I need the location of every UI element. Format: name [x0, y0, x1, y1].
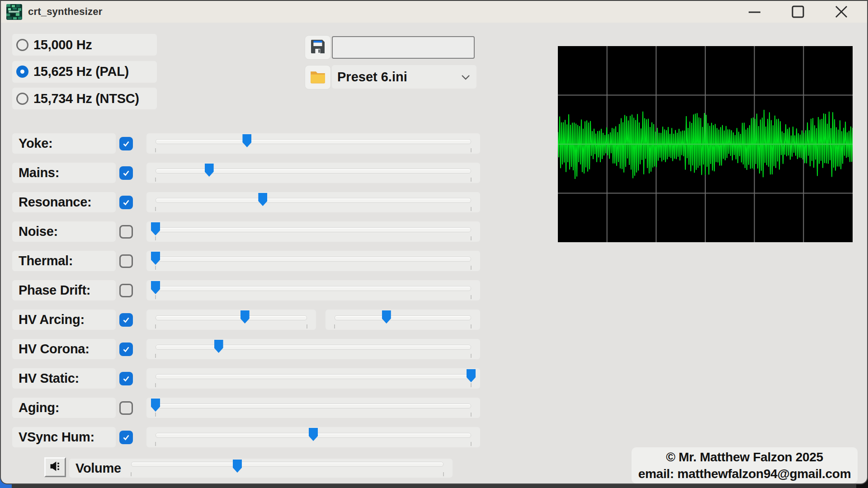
- slider-thumb[interactable]: [242, 134, 251, 147]
- slider-tick: [155, 148, 156, 152]
- slider-thumb[interactable]: [241, 310, 250, 324]
- slider-tick: [471, 442, 472, 446]
- channel-label-aging: Aging:: [12, 398, 116, 418]
- volume-slider[interactable]: [122, 459, 453, 478]
- slider-track[interactable]: [156, 286, 471, 291]
- slider-phase-drift[interactable]: [146, 280, 480, 300]
- copyright-text: © Mr. Matthew Falzon 2025: [666, 449, 823, 465]
- checkbox-mains[interactable]: [119, 166, 133, 180]
- channel-label-thermal: Thermal:: [12, 251, 116, 271]
- slider-tick: [471, 178, 472, 182]
- slider-thumb[interactable]: [214, 340, 223, 353]
- radio-selected-icon[interactable]: [16, 66, 28, 78]
- slider-tick: [471, 236, 472, 240]
- slider-tick: [443, 472, 444, 476]
- slider-track[interactable]: [156, 169, 471, 174]
- slider-hv-static[interactable]: [146, 368, 480, 389]
- slider-tick: [155, 295, 156, 299]
- slider-tick: [471, 148, 472, 152]
- slider-hv-arcing-2[interactable]: [326, 310, 480, 330]
- minimize-icon[interactable]: [739, 1, 770, 23]
- slider-tick: [155, 266, 156, 270]
- footer-credit: © Mr. Matthew Falzon 2025 email: matthew…: [632, 447, 858, 483]
- slider-tick: [471, 324, 472, 328]
- slider-track[interactable]: [156, 257, 471, 262]
- checkbox-vsync-hum[interactable]: [119, 431, 133, 444]
- slider-track[interactable]: [156, 227, 471, 232]
- checkbox-phase-drift[interactable]: [119, 284, 133, 297]
- checkbox-hv-arcing[interactable]: [119, 313, 133, 327]
- slider-thumb[interactable]: [382, 310, 391, 324]
- app-window: crt_synthesizer 15,000 Hz15,625 Hz (PAL)…: [0, 0, 868, 484]
- slider-tick: [471, 354, 472, 358]
- slider-resonance[interactable]: [146, 192, 480, 212]
- channel-label-hv-arcing: HV Arcing:: [12, 310, 116, 330]
- slider-hv-arcing-1[interactable]: [146, 310, 316, 330]
- app-icon: [6, 4, 22, 20]
- slider-thumb[interactable]: [309, 428, 318, 441]
- slider-track[interactable]: [156, 374, 471, 379]
- title-bar: crt_synthesizer: [1, 1, 867, 23]
- slider-tick: [334, 324, 335, 328]
- slider-track[interactable]: [156, 139, 471, 144]
- channel-label-vsync-hum: VSync Hum:: [12, 427, 116, 447]
- slider-noise[interactable]: [146, 221, 480, 242]
- open-preset-button[interactable]: [305, 65, 331, 89]
- slider-tick: [471, 413, 472, 417]
- channel-label-yoke: Yoke:: [12, 133, 116, 154]
- slider-track[interactable]: [156, 315, 307, 320]
- mute-button[interactable]: [44, 457, 66, 477]
- save-preset-button[interactable]: [305, 35, 331, 60]
- slider-track[interactable]: [335, 315, 471, 320]
- slider-hv-corona[interactable]: [146, 339, 480, 359]
- checkbox-hv-corona[interactable]: [119, 343, 133, 356]
- slider-tick: [471, 207, 472, 211]
- frequency-option-15-625-hz-pal[interactable]: 15,625 Hz (PAL): [12, 61, 157, 83]
- oscilloscope-display: [558, 46, 853, 242]
- slider-thumb[interactable]: [151, 222, 160, 235]
- preset-filename-input[interactable]: [332, 36, 475, 59]
- slider-vsync-hum[interactable]: [146, 427, 480, 447]
- window-title: crt_synthesizer: [28, 6, 102, 18]
- slider-track[interactable]: [131, 462, 443, 467]
- channel-label-noise: Noise:: [12, 221, 116, 242]
- slider-mains[interactable]: [146, 163, 480, 183]
- checkbox-yoke[interactable]: [119, 137, 133, 150]
- slider-tick: [155, 442, 156, 446]
- radio-unselected-icon[interactable]: [16, 93, 28, 105]
- maximize-icon[interactable]: [782, 1, 814, 23]
- frequency-option-label: 15,000 Hz: [33, 38, 92, 52]
- slider-aging[interactable]: [146, 398, 480, 418]
- checkbox-thermal[interactable]: [119, 254, 133, 268]
- slider-tick: [155, 178, 156, 182]
- frequency-option-15-000-hz[interactable]: 15,000 Hz: [12, 34, 157, 56]
- slider-thumb[interactable]: [151, 281, 160, 294]
- slider-track[interactable]: [156, 404, 471, 408]
- slider-tick: [131, 472, 132, 476]
- frequency-option-15-734-hz-ntsc[interactable]: 15,734 Hz (NTSC): [12, 88, 157, 109]
- checkbox-noise[interactable]: [119, 225, 133, 239]
- slider-tick: [155, 413, 156, 417]
- checkbox-hv-static[interactable]: [119, 372, 133, 385]
- checkbox-resonance[interactable]: [119, 196, 133, 209]
- slider-tick: [155, 383, 156, 387]
- slider-thumb[interactable]: [467, 369, 476, 382]
- slider-tick: [155, 354, 156, 358]
- preset-dropdown[interactable]: Preset 6.ini: [332, 65, 476, 89]
- close-icon[interactable]: [826, 1, 857, 23]
- radio-unselected-icon[interactable]: [16, 39, 28, 51]
- slider-thumb[interactable]: [151, 399, 160, 412]
- slider-yoke[interactable]: [146, 133, 480, 154]
- slider-thumb[interactable]: [233, 460, 242, 473]
- slider-thumb[interactable]: [205, 164, 214, 177]
- speaker-icon: [49, 460, 61, 474]
- frequency-option-label: 15,625 Hz (PAL): [33, 64, 129, 79]
- slider-thermal[interactable]: [146, 251, 480, 271]
- checkbox-aging[interactable]: [119, 401, 133, 415]
- slider-track[interactable]: [156, 198, 471, 203]
- folder-icon: [309, 67, 327, 87]
- channel-label-resonance: Resonance:: [12, 192, 116, 212]
- slider-thumb[interactable]: [151, 252, 160, 265]
- slider-track[interactable]: [156, 345, 471, 350]
- slider-thumb[interactable]: [258, 193, 267, 206]
